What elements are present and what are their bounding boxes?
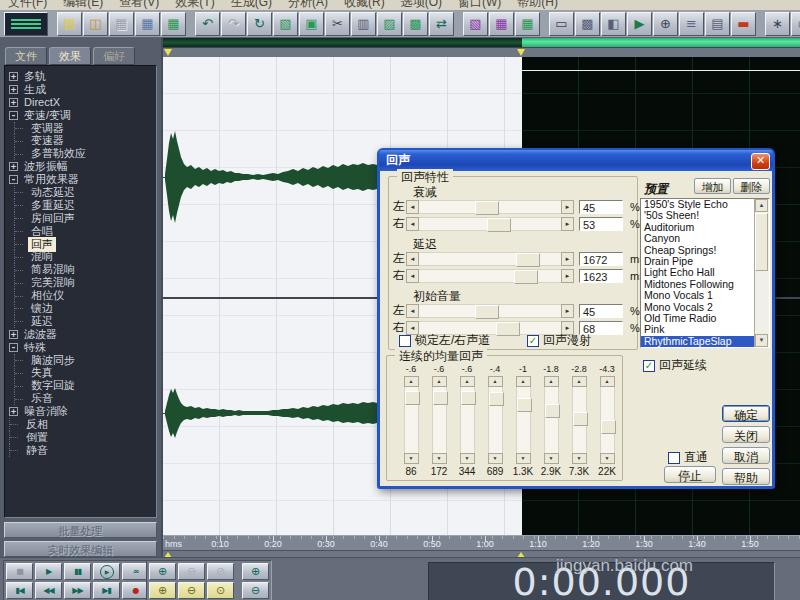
- expand-icon[interactable]: +: [9, 85, 18, 94]
- rewind-button[interactable]: ◀◀: [35, 582, 62, 599]
- scrollbar-thumb[interactable]: [516, 253, 540, 267]
- scroll-down-icon[interactable]: ▼: [572, 453, 587, 464]
- zoom-out-button[interactable]: ⊖: [178, 563, 205, 580]
- tree-item-数字回旋[interactable]: 数字回旋: [5, 379, 156, 392]
- undo-button[interactable]: ↶: [195, 12, 220, 36]
- save-as-button[interactable]: ▦: [135, 12, 160, 36]
- record-button[interactable]: ●: [122, 582, 149, 599]
- scrollbar-track[interactable]: [419, 252, 561, 266]
- bypass-checkbox-box[interactable]: [668, 452, 680, 464]
- echo-diffuse-checkbox[interactable]: ✓ 回声漫射: [527, 332, 591, 349]
- preset-item[interactable]: Canyon: [641, 233, 755, 244]
- value-field[interactable]: 45: [579, 304, 623, 318]
- expand-icon[interactable]: +: [9, 162, 18, 171]
- eq-slider[interactable]: ▲▼: [488, 376, 503, 464]
- playlist-button[interactable]: ▤: [705, 12, 730, 36]
- eq-slider[interactable]: ▲▼: [432, 376, 447, 464]
- tree-item-脑波同步[interactable]: 脑波同步: [5, 354, 156, 367]
- ok-button[interactable]: 确定: [722, 405, 770, 422]
- h-scrollbar[interactable]: ◄►: [406, 269, 574, 283]
- value-field[interactable]: 1623: [579, 269, 623, 283]
- slider-track[interactable]: [432, 387, 447, 453]
- preset-item[interactable]: Pink: [641, 324, 755, 335]
- scroll-left-icon[interactable]: ◄: [406, 269, 419, 283]
- tree-item-失真[interactable]: 失真: [5, 366, 156, 379]
- multitrack-view-button[interactable]: ▦: [489, 12, 514, 36]
- tab-效果[interactable]: 效果: [49, 47, 91, 65]
- slider-track[interactable]: [600, 387, 615, 453]
- scroll-up-icon[interactable]: ▲: [460, 376, 475, 387]
- paste-to-new-button[interactable]: ▩: [403, 12, 428, 36]
- tab-文件[interactable]: 文件: [5, 47, 47, 65]
- scrollbar-track[interactable]: [419, 200, 561, 214]
- scroll-up-icon[interactable]: ▲: [516, 376, 531, 387]
- scroll-up-icon[interactable]: ▲: [544, 376, 559, 387]
- cd-project-view-button[interactable]: ▦: [515, 12, 540, 36]
- zoom-full-button[interactable]: ⊘: [207, 563, 234, 580]
- scroll-up-icon[interactable]: ▲: [404, 376, 419, 387]
- collapse-icon[interactable]: -: [9, 175, 18, 184]
- preset-item[interactable]: Mono Vocals 1: [641, 290, 755, 301]
- presets-scrollbar[interactable]: ▲ ▼: [754, 199, 769, 347]
- preset-item[interactable]: RhythmicTapeSlap: [641, 336, 755, 347]
- scroll-up-icon[interactable]: ▲: [488, 376, 503, 387]
- preset-delete-button[interactable]: 删除: [733, 178, 770, 194]
- tree-item-多重延迟[interactable]: 多重延迟: [5, 199, 156, 212]
- convert-sample-type-button[interactable]: ⇄: [429, 12, 454, 36]
- lock-channels-checkbox-box[interactable]: [399, 335, 411, 347]
- scroll-down-icon[interactable]: ▼: [516, 453, 531, 464]
- expand-icon[interactable]: +: [9, 330, 18, 339]
- lock-channels-checkbox[interactable]: 锁定左/右声道: [399, 332, 490, 349]
- slider-track[interactable]: [544, 387, 559, 453]
- close-icon[interactable]: ✕: [751, 153, 770, 170]
- scrollbar-track[interactable]: [419, 217, 561, 231]
- slider-thumb[interactable]: [601, 420, 616, 434]
- tree-item-简易混响[interactable]: 简易混响: [5, 263, 156, 276]
- tree-item-镶边[interactable]: 镶边: [5, 302, 156, 315]
- presets-list[interactable]: 1950's Style Echo'50s Sheen!AuditoriumCa…: [640, 198, 770, 348]
- batch-process-button[interactable]: 批量处理: [4, 522, 157, 538]
- tree-item-动态延迟[interactable]: 动态延迟: [5, 186, 156, 199]
- zoom-to-selection-button[interactable]: ⊕: [242, 563, 269, 580]
- eq-slider[interactable]: ▲▼: [544, 376, 559, 464]
- echo-continue-checkbox[interactable]: ✓ 回声延续: [643, 357, 707, 374]
- tree-item-变调器[interactable]: 变调器: [5, 122, 156, 135]
- monitor-record-level-button[interactable]: ◉: [791, 12, 800, 36]
- zoom-in-vertical-button[interactable]: ⊕: [149, 582, 176, 599]
- scroll-left-icon[interactable]: ◄: [406, 304, 419, 318]
- close-button[interactable]: 关闭: [722, 426, 770, 443]
- tree-item-房间回声[interactable]: 房间回声: [5, 212, 156, 225]
- expand-icon[interactable]: +: [9, 72, 18, 81]
- cut-button[interactable]: ✂: [325, 12, 350, 36]
- tree-item-乐音[interactable]: 乐音: [5, 392, 156, 405]
- zoom-out-vertical-button[interactable]: ⊖: [178, 582, 205, 599]
- redo-button[interactable]: ↷: [221, 12, 246, 36]
- scroll-up-icon[interactable]: ▲: [432, 376, 447, 387]
- tree-item-延迟[interactable]: 延迟: [5, 315, 156, 328]
- help-button[interactable]: 帮助: [722, 468, 770, 485]
- scrollbar-track[interactable]: [419, 304, 561, 318]
- selection-start-marker[interactable]: [164, 49, 172, 56]
- h-scrollbar[interactable]: ◄►: [406, 217, 574, 231]
- mix-paste-button[interactable]: ▨: [377, 12, 402, 36]
- tree-item-相位仪[interactable]: 相位仪: [5, 289, 156, 302]
- value-field[interactable]: 45: [579, 200, 623, 214]
- slider-thumb[interactable]: [489, 392, 504, 406]
- slider-track[interactable]: [516, 387, 531, 453]
- scrollbar-thumb[interactable]: [475, 305, 499, 319]
- eq-slider[interactable]: ▲▼: [572, 376, 587, 464]
- copy-button[interactable]: ▣: [299, 12, 324, 36]
- repeat-command-button[interactable]: ↻: [247, 12, 272, 36]
- scrollbar-thumb[interactable]: [514, 270, 538, 284]
- scroll-down-icon[interactable]: ▼: [755, 334, 768, 347]
- fast-forward-button[interactable]: ▶▶: [64, 582, 91, 599]
- scroll-down-icon[interactable]: ▼: [460, 453, 475, 464]
- save-copy-button[interactable]: ▦: [161, 12, 186, 36]
- play-looped-button[interactable]: ▶: [93, 563, 120, 580]
- slider-thumb[interactable]: [461, 391, 476, 405]
- bypass-checkbox[interactable]: 直通: [668, 449, 708, 466]
- level-meters-button[interactable]: ▬: [731, 12, 756, 36]
- scroll-up-icon[interactable]: ▲: [600, 376, 615, 387]
- waveform-pane-button[interactable]: ▭: [549, 12, 574, 36]
- echo-diffuse-checkbox-box[interactable]: ✓: [527, 335, 539, 347]
